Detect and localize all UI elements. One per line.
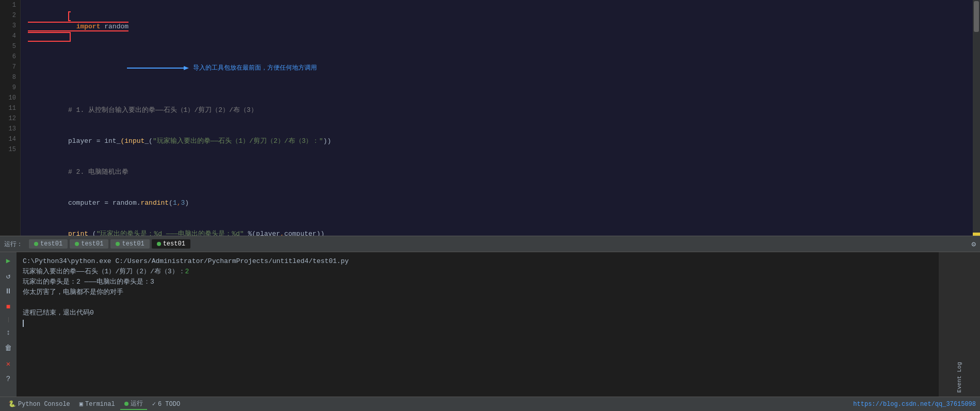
run-icon[interactable]: ▶: [2, 254, 14, 267]
right-scrollbar[interactable]: [973, 0, 980, 236]
console-input-prompt: 玩家输入要出的拳——石头（1）/剪刀（2）/布（3）：2: [23, 267, 933, 277]
svg-marker-1: [184, 66, 189, 70]
code-content: import random 导入的工具包放在最前面，方便任何地方调用: [21, 0, 973, 236]
csdn-link[interactable]: https://blog.csdn.net/qq_37615098: [853, 401, 976, 408]
run-tab-4-label: test01: [163, 240, 185, 248]
run-tab-3-dot: [116, 242, 120, 246]
terminal-icon: ▣: [79, 400, 83, 408]
event-log-label: Event Log: [956, 362, 962, 392]
console-exit-line: 进程已结束，退出代码0: [23, 308, 933, 318]
todo-label: 6 TODO: [158, 401, 180, 408]
run-label: 运行：: [4, 240, 23, 249]
run-bottom-tab[interactable]: 运行: [120, 398, 147, 410]
console-result-line: 玩家出的拳头是：2 ———电脑出的拳头是：3: [23, 277, 933, 287]
run-tab-1-dot: [34, 242, 38, 246]
run-tab-2[interactable]: test01: [70, 239, 108, 249]
scroll-icon[interactable]: ↕: [2, 326, 14, 339]
python-console-label: Python Console: [18, 401, 70, 408]
run-bottom-label: 运行: [131, 399, 143, 408]
console-panel: ▶ ↺ ⏸ ■ ↕ 🗑 ✕ ? C:\Python34\python.exe C…: [0, 252, 980, 397]
error-icon: ✕: [2, 357, 14, 370]
run-tab-3[interactable]: test01: [110, 239, 149, 249]
console-cursor-line: [23, 318, 933, 328]
run-tab-2-dot: [75, 242, 79, 246]
code-line-4: # 2. 电脑随机出拳: [26, 157, 973, 188]
console-output[interactable]: C:\Python34\python.exe C:/Users/Administ…: [17, 252, 939, 397]
stop-icon[interactable]: ■: [2, 301, 14, 313]
rerun-icon[interactable]: ↺: [2, 270, 14, 282]
bottom-bar: 🐍 Python Console ▣ Terminal 运行 ✓ 6 TODO …: [0, 397, 980, 411]
code-line-6: print_("玩家出的拳头是：%d ———电脑出的拳头是：%d" %(play…: [26, 219, 973, 236]
console-input-value: 2: [185, 268, 189, 275]
run-bottom-dot: [124, 402, 128, 406]
help-icon[interactable]: ?: [2, 373, 14, 385]
run-toolbar: 运行： test01 test01 test01 test01 ⚙: [0, 236, 980, 252]
cursor-blink: [23, 320, 24, 327]
code-line-5: computer = random.randint(1,3): [26, 188, 973, 219]
python-icon: 🐍: [8, 400, 16, 408]
console-sidebar: ▶ ↺ ⏸ ■ ↕ 🗑 ✕ ?: [0, 252, 17, 397]
python-console-tab[interactable]: 🐍 Python Console: [4, 399, 74, 409]
annotation-import: 导入的工具包放在最前面，方便任何地方调用: [193, 63, 317, 73]
run-tab-4-dot: [157, 242, 161, 246]
terminal-tab[interactable]: ▣ Terminal: [75, 399, 119, 409]
code-editor-wrapper: 1 2 3 4 5 6 7 8 9 10 11 12 13 14 15 impo…: [0, 0, 980, 236]
run-tab-1-label: test01: [40, 240, 62, 248]
main-code-area[interactable]: import random 导入的工具包放在最前面，方便任何地方调用: [21, 0, 973, 236]
console-path-line: C:\Python34\python.exe C:/Users/Administ…: [23, 256, 933, 267]
todo-tab[interactable]: ✓ 6 TODO: [148, 399, 184, 409]
pause-icon[interactable]: ⏸: [2, 285, 14, 298]
event-log-panel: Event Log: [939, 252, 980, 397]
clear-icon[interactable]: 🗑: [2, 342, 14, 354]
line-numbers: 1 2 3 4 5 6 7 8 9 10 11 12 13 14 15: [0, 0, 21, 236]
todo-icon: ✓: [152, 400, 156, 408]
terminal-label: Terminal: [85, 401, 115, 408]
code-line-1: import random 导入的工具包放在最前面，方便任何地方调用: [26, 1, 973, 95]
console-win-line: 你太厉害了，电脑都不是你的对手: [23, 287, 933, 298]
run-tab-2-label: test01: [81, 240, 103, 248]
run-tab-3-label: test01: [122, 240, 144, 248]
code-line-2: # 1. 从控制台输入要出的拳——石头（1）/剪刀（2）/布（3）: [26, 95, 973, 126]
run-tab-1[interactable]: test01: [29, 239, 68, 249]
editor-area: 1 2 3 4 5 6 7 8 9 10 11 12 13 14 15 impo…: [0, 0, 980, 236]
run-tab-4[interactable]: test01: [152, 239, 190, 249]
scrollbar-thumb[interactable]: [974, 1, 979, 32]
code-line-3: player = int_(input_("玩家输入要出的拳——石头（1）/剪刀…: [26, 126, 973, 157]
settings-icon[interactable]: ⚙: [972, 240, 976, 249]
yellow-marker: [973, 233, 980, 236]
